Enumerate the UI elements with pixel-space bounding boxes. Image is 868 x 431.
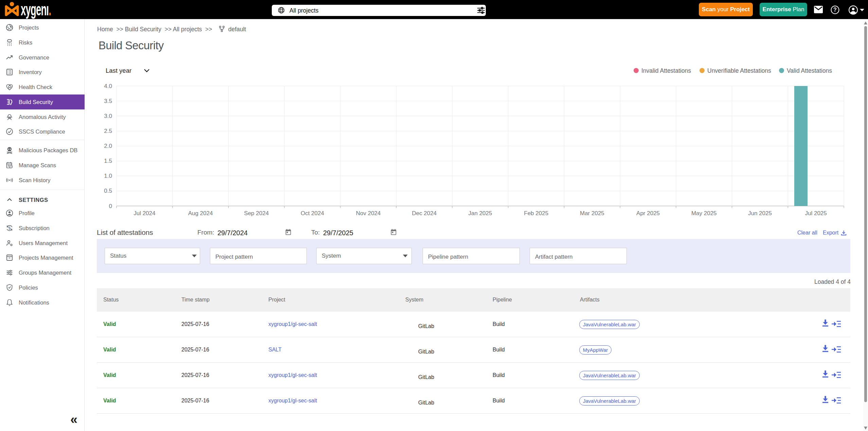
svg-text:0.5: 0.5: [104, 188, 112, 194]
svg-text:Aug 2024: Aug 2024: [188, 210, 213, 217]
svg-text:Oct 2024: Oct 2024: [301, 210, 324, 217]
svg-text:4.0: 4.0: [104, 83, 112, 89]
svg-text:1.0: 1.0: [104, 173, 112, 179]
svg-text:Mar 2025: Mar 2025: [580, 210, 604, 217]
svg-text:Jul 2025: Jul 2025: [805, 210, 827, 217]
svg-text:Jun 2025: Jun 2025: [748, 210, 772, 217]
svg-text:Nov 2024: Nov 2024: [356, 210, 381, 217]
svg-text:Jan 2025: Jan 2025: [468, 210, 492, 217]
svg-text:1.5: 1.5: [104, 158, 112, 164]
svg-text:0: 0: [109, 203, 112, 209]
svg-text:3.0: 3.0: [104, 113, 112, 119]
svg-text:2.5: 2.5: [104, 128, 112, 134]
svg-text:May 2025: May 2025: [691, 210, 717, 217]
svg-text:Feb 2025: Feb 2025: [524, 210, 548, 217]
svg-text:$: $: [8, 226, 11, 230]
svg-text:Dec 2024: Dec 2024: [412, 210, 437, 217]
svg-text:Sep 2024: Sep 2024: [244, 210, 269, 217]
svg-text:2.0: 2.0: [104, 143, 112, 149]
svg-text:Apr 2025: Apr 2025: [636, 210, 660, 217]
svg-text:Jul 2024: Jul 2024: [134, 210, 155, 217]
svg-text:3.5: 3.5: [104, 98, 112, 104]
